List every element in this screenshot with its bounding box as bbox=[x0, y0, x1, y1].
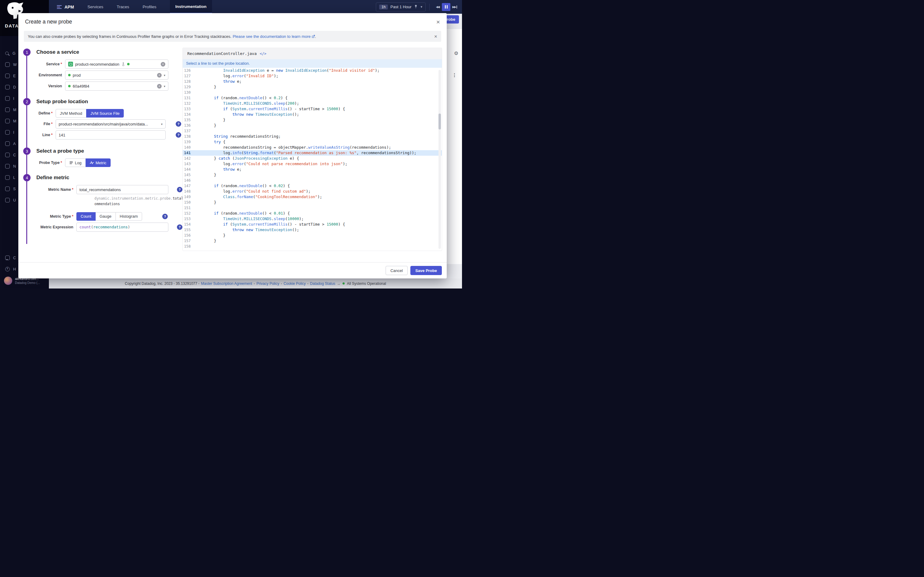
code-line-145[interactable]: 145 } bbox=[183, 172, 442, 178]
pause-button[interactable] bbox=[442, 3, 451, 11]
avatar bbox=[4, 277, 12, 285]
code-line-147[interactable]: 147 if (random.nextDouble() < 0.02) { bbox=[183, 183, 442, 189]
metric-name-input[interactable]: total_recommendations bbox=[76, 185, 168, 194]
environment-select[interactable]: prod ▾ bbox=[65, 71, 168, 80]
code-line-144[interactable]: 144 throw e; bbox=[183, 167, 442, 172]
sidebar-item-label: E bbox=[13, 74, 16, 78]
code-icon[interactable] bbox=[260, 52, 267, 56]
define-option-jvm-source-file[interactable]: JVM Source File bbox=[86, 109, 124, 118]
code-line-141[interactable]: 141 log.info(String.format("Parsed recom… bbox=[183, 150, 442, 156]
kebab-menu-icon[interactable]: ⋮ bbox=[452, 73, 457, 78]
code-line-155[interactable]: 155 throw new TimeoutException(); bbox=[183, 227, 442, 233]
modal-body: 1 Choose a service Service* product-reco… bbox=[18, 42, 447, 262]
cancel-button[interactable]: Cancel bbox=[386, 266, 408, 275]
code-line-132[interactable]: 132 TimeUnit.MILLISECONDS.sleep(200); bbox=[183, 101, 442, 106]
log-icon bbox=[69, 161, 73, 164]
scrollbar-thumb[interactable] bbox=[438, 114, 441, 129]
link-master-subscription-agreement[interactable]: Master Subscription Agreement bbox=[201, 282, 252, 286]
file-help-icon[interactable] bbox=[176, 121, 181, 127]
code-line-149[interactable]: 149 Class.forName("CookingToolRecommenda… bbox=[183, 194, 442, 200]
code-line-158[interactable]: 158 bbox=[183, 243, 442, 249]
code-line-140[interactable]: 140 recommendationsString = objectMapper… bbox=[183, 145, 442, 150]
service-label: Service* bbox=[36, 62, 62, 66]
code-line-129[interactable]: 129 } bbox=[183, 84, 442, 90]
code-line-154[interactable]: 154 if (System.currentTimeMillis() - sta… bbox=[183, 222, 442, 227]
code-line-133[interactable]: 133 if (System.currentTimeMillis() - sta… bbox=[183, 106, 442, 112]
metric-expression-input[interactable]: count(recommendations) bbox=[76, 222, 168, 232]
tab-traces[interactable]: Traces bbox=[117, 5, 129, 9]
file-select[interactable]: product-recommendation/src/main/java/com… bbox=[56, 119, 166, 129]
scrollbar-track[interactable] bbox=[438, 70, 441, 249]
link-datadog-status[interactable]: Datadog Status bbox=[310, 282, 336, 286]
rewind-button[interactable]: ◀◀ bbox=[433, 3, 442, 11]
pin-icon[interactable] bbox=[414, 5, 418, 9]
metric-name-help-icon[interactable] bbox=[177, 187, 183, 192]
code-line-138[interactable]: 138 String recommendationsString; bbox=[183, 134, 442, 139]
expression-function: count bbox=[79, 225, 91, 229]
code-line-128[interactable]: 128 throw e; bbox=[183, 79, 442, 84]
code-line-157[interactable]: 157 } bbox=[183, 238, 442, 243]
code-line-130[interactable]: 130 bbox=[183, 90, 442, 95]
code-line-126[interactable]: 126 InvalidIdException e = new InvalidId… bbox=[183, 68, 442, 73]
clear-version-icon[interactable] bbox=[157, 84, 162, 89]
help-circle-icon bbox=[5, 267, 10, 271]
code-line-146[interactable]: 146 bbox=[183, 178, 442, 183]
version-select[interactable]: 60a49f84 ▾ bbox=[65, 82, 168, 91]
code-line-142[interactable]: 142 } catch (JsonProcessingException e) … bbox=[183, 156, 442, 161]
apm-product-switcher[interactable]: APM bbox=[57, 5, 74, 10]
code-line-152[interactable]: 152 if (random.nextDouble() < 0.01) { bbox=[183, 211, 442, 216]
code-line-151[interactable]: 151 bbox=[183, 205, 442, 211]
line-input[interactable]: 141 bbox=[56, 131, 166, 140]
code-line-136[interactable]: 136 } bbox=[183, 123, 442, 128]
code-line-135[interactable]: 135 } bbox=[183, 117, 442, 123]
clear-service-icon[interactable] bbox=[161, 62, 165, 66]
chevron-down-icon[interactable]: ▾ bbox=[161, 122, 163, 126]
create-probe-modal: Create a new probe You can also create p… bbox=[18, 13, 447, 279]
code-line-148[interactable]: 148 log.error("Could not find custom ad"… bbox=[183, 189, 442, 194]
code-line-143[interactable]: 143 log.error("Could not parse recommend… bbox=[183, 161, 442, 167]
modal-close-icon[interactable] bbox=[436, 19, 440, 25]
clear-environment-icon[interactable] bbox=[157, 73, 162, 77]
code-line-150[interactable]: 150 } bbox=[183, 200, 442, 205]
watchdog-icon bbox=[5, 62, 10, 67]
code-line-153[interactable]: 153 TimeUnit.MILLISECONDS.sleep(10000); bbox=[183, 216, 442, 222]
chevron-down-icon[interactable]: ▾ bbox=[420, 5, 422, 9]
metric-type-option-count[interactable]: Count bbox=[76, 212, 95, 221]
banner-close-icon[interactable] bbox=[434, 34, 437, 39]
ci-icon bbox=[5, 153, 10, 157]
documentation-link[interactable]: Please see the documentation to learn mo… bbox=[233, 34, 315, 39]
banner-suffix: . bbox=[315, 34, 316, 39]
settings-gear-icon[interactable]: ⚙ bbox=[454, 50, 458, 56]
sidebar-item-label: A bbox=[13, 142, 16, 146]
arrow-icon: → bbox=[337, 282, 340, 286]
separator: - bbox=[254, 282, 255, 286]
metric-type-option-histogram[interactable]: Histogram bbox=[115, 212, 142, 221]
code-line-127[interactable]: 127 log.error("Invalid ID"); bbox=[183, 73, 442, 79]
link-privacy-policy[interactable]: Privacy Policy bbox=[256, 282, 279, 286]
tab-services[interactable]: Services bbox=[87, 5, 103, 9]
metric-expression-help-icon[interactable] bbox=[177, 224, 183, 230]
fast-forward-button[interactable]: ▶▶ bbox=[451, 3, 459, 11]
tab-profiles[interactable]: Profiles bbox=[143, 5, 157, 9]
line-help-icon[interactable] bbox=[176, 132, 181, 138]
metric-type-help-icon[interactable] bbox=[162, 214, 168, 219]
define-option-jvm-method[interactable]: JVM Method bbox=[56, 109, 86, 118]
metric-type-option-gauge[interactable]: Gauge bbox=[95, 212, 116, 221]
service-input[interactable]: product-recommendation bbox=[65, 60, 168, 69]
link-cookie-policy[interactable]: Cookie Policy bbox=[284, 282, 306, 286]
time-range-selector[interactable]: 1h Past 1 Hour ▾ bbox=[376, 2, 426, 11]
tab-instrumentation[interactable]: Instrumentation bbox=[170, 0, 212, 14]
code-line-156[interactable]: 156 } bbox=[183, 233, 442, 238]
apm-nav-icon bbox=[5, 141, 10, 146]
chevron-down-icon[interactable]: ▾ bbox=[164, 74, 165, 77]
probe-type-option-metric[interactable]: Metric bbox=[86, 158, 111, 167]
code-line-139[interactable]: 139 try { bbox=[183, 139, 442, 145]
code-line-131[interactable]: 131 if (random.nextDouble() < 0.2) { bbox=[183, 95, 442, 101]
separator: - bbox=[281, 282, 282, 286]
save-probe-button[interactable]: Save Probe bbox=[410, 266, 442, 275]
code-line-137[interactable]: 137 bbox=[183, 128, 442, 134]
chevron-down-icon[interactable]: ▾ bbox=[164, 85, 165, 88]
code-line-134[interactable]: 134 throw new TimeoutException(); bbox=[183, 112, 442, 117]
probe-type-option-log[interactable]: Log bbox=[65, 158, 86, 167]
modal-footer: Cancel Save Probe bbox=[18, 262, 447, 279]
